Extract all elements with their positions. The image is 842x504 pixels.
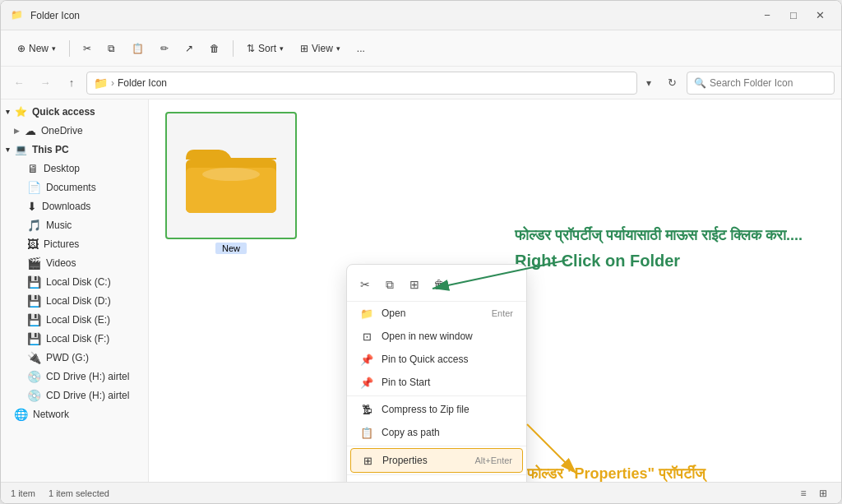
ctx-open[interactable]: 📁 Open Enter <box>347 302 526 325</box>
sidebar-item-cd-h1[interactable]: 💿 CD Drive (H:) airtel <box>4 368 145 386</box>
new-label: New <box>29 43 49 54</box>
statusbar-view-controls: ≡ ⊞ <box>795 485 831 502</box>
cd-h1-label: CD Drive (H:) airtel <box>46 371 138 382</box>
forward-button[interactable]: → <box>34 72 57 95</box>
ctx-copy-path[interactable]: 📋 Copy as path <box>347 421 526 444</box>
sidebar-item-onedrive[interactable]: ▶ ☁ OneDrive <box>4 122 145 140</box>
cut-button[interactable]: ✂ <box>76 39 98 58</box>
sidebar-group-quick-access[interactable]: ▾ ⭐ Quick access <box>1 103 148 121</box>
rename-button[interactable]: ✏ <box>154 39 175 58</box>
annotation-properties: फोल्डर "Properties" प्रॉपर्टींज् <box>527 465 706 482</box>
local-e-icon: 💾 <box>27 313 41 326</box>
ctx-paste-button[interactable]: ⊞ <box>403 273 426 296</box>
cd-h1-icon: 💿 <box>27 370 41 383</box>
window-icon: 📁 <box>11 9 24 22</box>
desktop-icon: 🖥 <box>27 162 39 175</box>
sidebar-item-downloads[interactable]: ⬇ Downloads <box>4 197 145 215</box>
sort-label: Sort <box>258 43 276 54</box>
documents-icon: 📄 <box>27 181 41 194</box>
sidebar-item-local-d[interactable]: 💾 Local Disk (D:) <box>4 292 145 310</box>
cut-icon: ✂ <box>83 43 91 54</box>
ctx-copy-button[interactable]: ⧉ <box>378 273 401 296</box>
cd-h2-icon: 💿 <box>27 389 41 402</box>
more-button[interactable]: ... <box>350 39 372 58</box>
copy-button[interactable]: ⧉ <box>101 39 122 58</box>
sidebar-item-pictures[interactable]: 🖼 Pictures <box>4 235 145 253</box>
pwd-g-icon: 🔌 <box>27 351 41 364</box>
search-box[interactable]: 🔍 <box>687 72 835 95</box>
onedrive-icon: ☁ <box>25 124 36 137</box>
restore-button[interactable]: □ <box>782 4 805 27</box>
annotation-english: Right Click on Folder <box>515 252 680 270</box>
back-button[interactable]: ← <box>7 72 30 95</box>
ctx-open-terminal[interactable]: ⬛ Open in Terminal <box>347 477 526 482</box>
downloads-icon: ⬇ <box>27 200 37 213</box>
ctx-properties[interactable]: ⊞ Properties Alt+Enter <box>350 448 523 473</box>
delete-button[interactable]: 🗑 <box>203 39 226 58</box>
sidebar-item-cd-h2[interactable]: 💿 CD Drive (H:) airtel <box>4 386 145 405</box>
new-icon: ⊕ <box>17 43 25 54</box>
content-area: New ✂ ⧉ ⊞ 🗑 📁 Open Enter ⊡ <box>149 99 841 482</box>
ctx-open-label: Open <box>382 307 483 319</box>
refresh-button[interactable]: ↻ <box>660 72 683 95</box>
ctx-compress-zip-label: Compress to Zip file <box>382 404 513 415</box>
address-dropdown[interactable]: ▾ <box>641 72 657 95</box>
new-dropdown-icon: ▾ <box>52 44 56 53</box>
share-icon: ↗ <box>185 43 193 54</box>
ctx-separator-1 <box>347 395 526 396</box>
ctx-cut-button[interactable]: ✂ <box>354 273 377 296</box>
pictures-icon: 🖼 <box>27 238 39 251</box>
sidebar-item-local-f[interactable]: 💾 Local Disk (F:) <box>4 330 145 348</box>
quick-access-arrow: ▾ <box>6 108 10 116</box>
svg-point-2 <box>202 168 260 181</box>
sidebar: ▾ ⭐ Quick access ▶ ☁ OneDrive ▾ 💻 This P… <box>1 99 149 482</box>
address-path[interactable]: 📁 › Folder Icon <box>86 72 637 95</box>
folder-svg <box>182 135 280 217</box>
view-button[interactable]: ⊞ View ▾ <box>294 39 347 58</box>
sidebar-item-documents[interactable]: 📄 Documents <box>4 178 145 197</box>
minimize-button[interactable]: − <box>756 4 779 27</box>
sidebar-group-this-pc[interactable]: ▾ 💻 This PC <box>1 141 148 159</box>
desktop-label: Desktop <box>44 163 138 174</box>
sidebar-item-local-e[interactable]: 💾 Local Disk (E:) <box>4 311 145 329</box>
ctx-compress-zip[interactable]: 🗜 Compress to Zip file <box>347 398 526 421</box>
paste-icon: 📋 <box>132 43 144 54</box>
ctx-properties-shortcut: Alt+Enter <box>474 455 512 465</box>
list-view-button[interactable]: ≡ <box>795 485 812 502</box>
ctx-delete-button[interactable]: 🗑 <box>428 273 451 296</box>
sidebar-item-network[interactable]: 🌐 Network <box>4 405 145 423</box>
quick-access-icon: ⭐ <box>15 106 27 118</box>
main-area: ▾ ⭐ Quick access ▶ ☁ OneDrive ▾ 💻 This P… <box>1 99 841 482</box>
ctx-separator-3 <box>347 474 526 475</box>
ctx-pin-to-start[interactable]: 📌 Pin to Start <box>347 371 526 394</box>
grid-view-button[interactable]: ⊞ <box>815 485 831 502</box>
paste-button[interactable]: 📋 <box>125 39 150 58</box>
close-button[interactable]: ✕ <box>808 4 831 27</box>
sidebar-item-music[interactable]: 🎵 Music <box>4 216 145 234</box>
folder-item[interactable]: New <box>161 112 301 254</box>
up-button[interactable]: ↑ <box>60 72 83 95</box>
toolbar-separator-2 <box>233 40 234 57</box>
sort-dropdown-icon: ▾ <box>280 44 284 53</box>
sidebar-item-pwd-g[interactable]: 🔌 PWD (G:) <box>4 349 145 367</box>
sort-button[interactable]: ⇅ Sort ▾ <box>240 39 290 58</box>
ctx-open-shortcut: Enter <box>492 308 513 318</box>
cd-h2-label: CD Drive (H:) airtel <box>46 390 138 401</box>
address-folder-icon: 📁 <box>94 76 108 90</box>
share-button[interactable]: ↗ <box>178 39 200 58</box>
sidebar-item-local-c[interactable]: 💾 Local Disk (C:) <box>4 273 145 291</box>
search-input[interactable] <box>710 77 827 89</box>
context-menu-toolbar: ✂ ⧉ ⊞ 🗑 <box>347 268 526 302</box>
ctx-open-icon: 📁 <box>360 307 373 320</box>
ctx-open-new-window[interactable]: ⊡ Open in new window <box>347 325 526 348</box>
window-title: Folder Icon <box>30 10 756 21</box>
sidebar-item-desktop[interactable]: 🖥 Desktop <box>4 160 145 178</box>
sidebar-item-videos[interactable]: 🎬 Videos <box>4 254 145 272</box>
item-count: 1 item <box>11 488 35 498</box>
ctx-copy-path-icon: 📋 <box>360 426 373 439</box>
addressbar: ← → ↑ 📁 › Folder Icon ▾ ↻ 🔍 <box>1 67 841 99</box>
statusbar: 1 item 1 item selected ≡ ⊞ <box>1 482 841 503</box>
videos-icon: 🎬 <box>27 257 41 270</box>
new-button[interactable]: ⊕ New ▾ <box>11 39 62 58</box>
ctx-pin-quick-access[interactable]: 📌 Pin to Quick access <box>347 348 526 371</box>
